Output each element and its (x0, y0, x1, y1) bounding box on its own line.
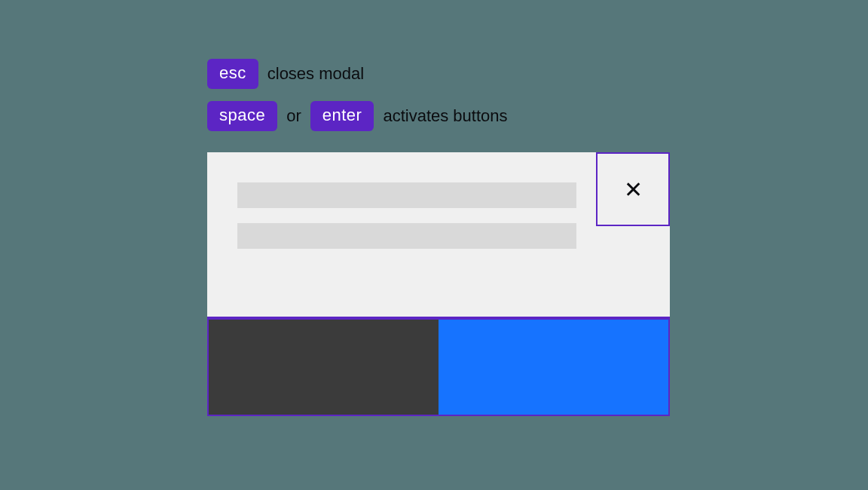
close-button[interactable]: ✕ (596, 152, 670, 226)
close-icon: ✕ (624, 176, 643, 203)
hint-text-activate: activates buttons (383, 106, 507, 126)
diagram-stage: esc closes modal space or enter activate… (207, 59, 670, 416)
hint-text-esc: closes modal (267, 64, 364, 84)
placeholder-line (237, 223, 576, 249)
hint-separator-or: or (286, 106, 301, 126)
hint-row-esc: esc closes modal (207, 59, 670, 89)
primary-button[interactable] (439, 320, 668, 415)
key-space: space (207, 101, 277, 131)
hint-row-activate: space or enter activates buttons (207, 101, 670, 131)
key-enter: enter (310, 101, 374, 131)
placeholder-line (237, 182, 576, 208)
modal-dialog: ✕ (207, 152, 670, 416)
modal-footer (207, 317, 670, 416)
secondary-button[interactable] (209, 320, 439, 415)
key-esc: esc (207, 59, 258, 89)
